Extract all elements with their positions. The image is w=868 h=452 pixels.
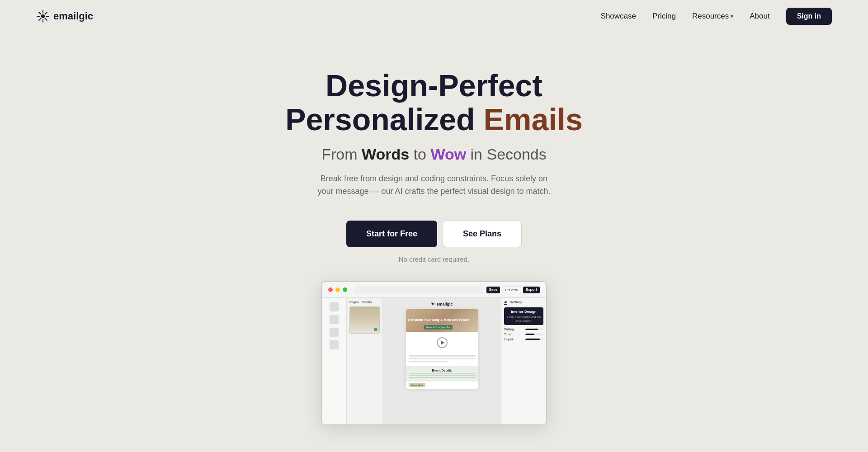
hero-subtitle-end: in Seconds xyxy=(466,146,547,163)
ai-features: Writing Tone Layout xyxy=(504,328,543,341)
chevron-down-icon: ▾ xyxy=(731,13,733,19)
window-buttons: Save Preview Export xyxy=(486,287,540,293)
nav-link-resources[interactable]: Resources ▾ xyxy=(692,12,733,21)
sidebar-icon-1 xyxy=(330,302,339,311)
app-canvas: ✳ emailgic Transform Your Body & Mind wi… xyxy=(383,298,501,424)
app-screenshot: Save Preview Export P xyxy=(321,281,547,425)
email-body-line-3 xyxy=(409,361,449,362)
ai-tab[interactable]: AI xyxy=(504,301,507,305)
ai-feature-layout: Layout xyxy=(504,338,543,341)
hero-subtitle-to: to xyxy=(409,146,430,163)
ai-feature-writing-bar xyxy=(525,329,543,330)
settings-tab[interactable]: Settings xyxy=(510,301,523,305)
ai-feature-writing-label: Writing xyxy=(504,328,514,331)
event-line-1 xyxy=(409,373,476,374)
play-button[interactable] xyxy=(437,337,448,348)
email-link-button: Learn More xyxy=(409,383,426,387)
email-hero-button: Reserve Your Spot Now xyxy=(424,325,453,330)
window-close-dot xyxy=(328,287,333,292)
nav-link-showcase[interactable]: Showcase xyxy=(601,12,636,21)
app-screenshot-wrapper: Save Preview Export P xyxy=(9,281,859,425)
navbar: emailgic Showcase Pricing Resources ▾ Ab… xyxy=(0,0,868,33)
email-button-row: Learn More xyxy=(406,381,478,389)
hero-subtitle-words: Words xyxy=(362,146,409,163)
email-hero-content: Transform Your Body & Mind with Pilates … xyxy=(408,318,470,330)
hero-title: Design-Perfect Personalized Emails xyxy=(231,69,637,137)
nav-link-pricing[interactable]: Pricing xyxy=(652,12,676,21)
window-toolbar: Save Preview Export xyxy=(354,286,540,294)
hero-subtitle-from: From xyxy=(321,146,362,163)
window-maximize-dot xyxy=(343,287,347,292)
window-chrome: Save Preview Export xyxy=(322,282,546,298)
window-minimize-dot xyxy=(335,287,340,292)
svg-line-6 xyxy=(45,19,47,21)
ai-panel-header: AI Settings xyxy=(504,301,543,305)
canvas-logo: ✳ emailgic xyxy=(431,301,453,306)
blocks-tab[interactable]: Blocks xyxy=(362,301,372,304)
preview-btn[interactable]: Preview xyxy=(502,287,521,293)
address-bar xyxy=(354,286,483,294)
hero-subtitle-wow: Wow xyxy=(430,146,466,163)
ai-feature-writing: Writing xyxy=(504,328,543,331)
ai-panel: AI Settings Interior Design Select a com… xyxy=(501,298,546,424)
signin-button[interactable]: Sign in xyxy=(786,8,832,25)
email-preview: Transform Your Body & Mind with Pilates … xyxy=(406,309,478,389)
no-credit-card-text: No credit card required. xyxy=(399,255,470,263)
svg-line-8 xyxy=(39,19,41,21)
email-event-section: Event Details xyxy=(406,366,478,381)
app-sidebar xyxy=(322,298,347,424)
ai-feature-tone-fill xyxy=(525,334,534,335)
sidebar-icon-3 xyxy=(330,328,339,337)
play-triangle-icon xyxy=(441,340,444,345)
email-body xyxy=(406,353,478,365)
ai-feature-tone: Tone xyxy=(504,333,543,336)
event-line-2 xyxy=(409,375,476,376)
start-free-button[interactable]: Start for Free xyxy=(346,221,437,247)
email-hero-image: Transform Your Body & Mind with Pilates … xyxy=(406,309,478,332)
pages-tab[interactable]: Pages xyxy=(349,301,359,304)
hero-description: Break free from design and coding constr… xyxy=(316,172,552,198)
hero-buttons: Start for Free See Plans xyxy=(346,221,522,247)
email-body-line-1 xyxy=(409,355,476,357)
ai-description: Select a component and ask AI to improve… xyxy=(506,315,541,323)
ai-section-title: Interior Design xyxy=(506,310,541,314)
email-hero-text: Transform Your Body & Mind with Pilates xyxy=(408,318,470,322)
event-line-3 xyxy=(409,377,476,378)
email-body-line-2 xyxy=(409,358,476,359)
canvas-logo-icon: ✳ xyxy=(431,301,434,306)
email-video-area xyxy=(406,332,478,353)
pages-panel: Pages Blocks xyxy=(347,298,383,424)
app-inner: Pages Blocks ✳ emailgic xyxy=(322,298,546,424)
sidebar-icon-2 xyxy=(330,315,339,324)
hero-title-emails: Emails xyxy=(484,102,583,137)
save-btn[interactable]: Save xyxy=(486,287,500,293)
hero-section: Design-Perfect Personalized Emails From … xyxy=(0,33,868,425)
ai-panel-section: Interior Design Select a component and a… xyxy=(504,307,543,325)
export-btn[interactable]: Export xyxy=(523,287,540,293)
event-section-title: Event Details xyxy=(409,369,476,372)
svg-line-7 xyxy=(45,12,47,14)
svg-line-5 xyxy=(39,12,41,14)
pages-header: Pages Blocks xyxy=(349,301,380,304)
canvas-logo-text: emailgic xyxy=(436,302,453,306)
sidebar-icon-4 xyxy=(330,340,339,349)
page-thumbnail[interactable] xyxy=(349,306,380,334)
ai-feature-tone-label: Tone xyxy=(504,333,511,336)
nav-link-about[interactable]: About xyxy=(750,12,769,21)
nav-links: Showcase Pricing Resources ▾ About Sign … xyxy=(601,8,832,25)
ai-feature-layout-fill xyxy=(525,339,540,340)
hero-subtitle: From Words to Wow in Seconds xyxy=(321,146,547,163)
ai-feature-tone-bar xyxy=(525,334,543,335)
logo[interactable]: emailgic xyxy=(36,9,93,23)
see-plans-button[interactable]: See Plans xyxy=(443,221,522,247)
logo-text: emailgic xyxy=(53,10,93,22)
ai-feature-layout-bar xyxy=(525,339,543,340)
ai-feature-layout-label: Layout xyxy=(504,338,514,341)
svg-point-0 xyxy=(41,14,45,18)
ai-feature-writing-fill xyxy=(525,329,538,330)
